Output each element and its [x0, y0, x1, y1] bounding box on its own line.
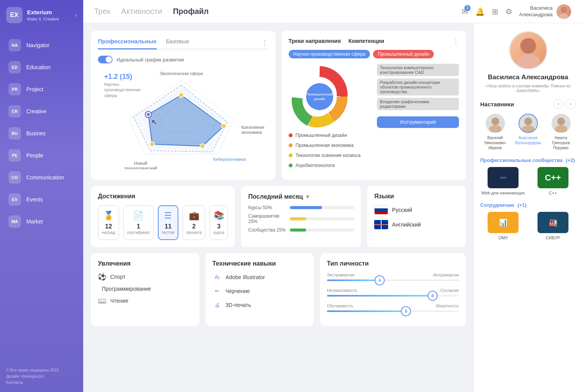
skill-item: 🖨 3D-печать	[212, 300, 307, 310]
ideal-toggle[interactable]	[98, 56, 113, 63]
personality-track: 4	[327, 280, 459, 281]
tracks-competencies-title: Компетенции	[349, 38, 384, 44]
mail-badge: 3	[464, 5, 471, 11]
track-legend-item: Технологии освоения космоса	[289, 153, 371, 158]
svg-point-1	[559, 14, 568, 19]
mentor-name: Анастасия Вольнорудова	[513, 135, 543, 145]
language-name: Английский	[392, 222, 421, 228]
svg-point-26	[491, 118, 499, 125]
tab-basic[interactable]: Базовые	[166, 38, 189, 49]
community-title: Профессиональные сообщества (+2)	[480, 157, 576, 163]
sidebar-item-communication[interactable]: COCommunication	[2, 167, 81, 188]
topbar-nav-профайл[interactable]: Профайл	[173, 7, 209, 16]
achievement-item[interactable]: 📄 1 сертификат	[123, 205, 154, 240]
competency-badge: Владение графическими редакторами	[377, 98, 459, 110]
topbar-user[interactable]: ВасилисаАлександрова	[519, 4, 571, 19]
sidebar-item-people[interactable]: PEPeople	[2, 145, 81, 166]
mentor-item[interactable]: Василий Николаевич Иванов	[480, 114, 510, 150]
nav-label-ed: Education	[26, 64, 50, 70]
track-legend: Промышленный дизайнПромышленная экономик…	[289, 133, 371, 168]
language-row: Английский	[374, 220, 459, 229]
month-bar-track	[290, 206, 354, 209]
achievement-item[interactable]: 💼 2 проекта	[182, 205, 205, 240]
sidebar-item-busines[interactable]: BUBusines	[2, 123, 81, 144]
row1: Профессиональные Базовые ⋮ Идеальный гра…	[91, 31, 466, 180]
radar-chart-area: +1.2 (15) Научно-производственнаясфера Э…	[98, 69, 269, 169]
sidebar-item-education[interactable]: EDEducation	[2, 56, 81, 78]
track-legend-item: Промышленная экономика	[289, 143, 371, 148]
svg-point-29	[522, 125, 534, 132]
community-item[interactable]: WebWeb для начинающих	[480, 167, 526, 195]
track-badge-2[interactable]: Промышленный дизайн	[373, 50, 434, 58]
hobby-icon: 📖	[98, 297, 106, 305]
mentors-title: Наставники	[480, 101, 514, 107]
sidebar-item-navigator[interactable]: NANavigator	[2, 34, 81, 56]
community-row: WebWeb для начинающихC++C++	[480, 167, 576, 195]
personality-right-label: Интроверсия	[433, 273, 459, 277]
achievement-item[interactable]: ☰ 11 тестов	[158, 205, 178, 240]
footer-line: Дизайн: idealogía.pro	[6, 373, 77, 380]
hobby-item: 📖 Чтение	[98, 297, 192, 305]
mail-icon[interactable]: ✉ 3	[462, 7, 468, 16]
mentor-item[interactable]: Анастасия Вольнорудова	[513, 114, 543, 150]
row3: Увлечения ⚽ Спорт Программирование📖 Чтен…	[91, 253, 466, 326]
month-bar-track	[290, 217, 354, 220]
collab-item[interactable]: 🏭 СИБУР	[530, 212, 576, 240]
achievement-icon: 💼	[186, 211, 202, 221]
sidebar-item-events[interactable]: EVEvents	[2, 189, 81, 210]
brand-sub: Make it. Creative	[27, 16, 59, 22]
month-bar-label: Саморазвитие 25%	[248, 213, 287, 224]
sidebar-item-creative[interactable]: CRCreative	[2, 101, 81, 122]
mentor-item[interactable]: Никита Григорьев Перумас	[546, 114, 576, 150]
sidebar-item-market[interactable]: MAMarket	[2, 211, 81, 232]
mentors-prev-button[interactable]: ‹	[553, 99, 563, 109]
month-dropdown-icon[interactable]: ▾	[306, 193, 309, 200]
svg-point-28	[524, 118, 532, 125]
track-dot	[289, 133, 293, 137]
collab-item[interactable]: 📊 ОМУ	[480, 212, 526, 240]
personality-left-label: Независимость	[327, 288, 358, 293]
hobby-icon: ⚽	[98, 273, 106, 281]
personality-dot: 6	[401, 306, 411, 316]
topbar-nav-трек[interactable]: Трек	[94, 7, 110, 16]
gear-icon[interactable]: ⚙	[505, 7, 512, 16]
svg-text:Промышленный: Промышленный	[306, 92, 332, 96]
sidebar-item-project[interactable]: PRProject	[2, 78, 81, 100]
tools-button[interactable]: Исптрументарий	[377, 116, 459, 128]
bell-icon[interactable]: 🔔	[475, 7, 485, 16]
svg-text:технологический: технологический	[124, 166, 157, 169]
mentors-row: Василий Николаевич Иванов Анастасия Воль…	[480, 114, 576, 150]
svg-point-20	[306, 83, 333, 110]
tracks-card: Треки направления Компетенции ⋮ Научно-п…	[282, 31, 466, 180]
language-row: Русский	[374, 205, 459, 215]
topbar-icons: ✉ 3 🔔 ⊞ ⚙ ВасилисаАлександрова	[462, 4, 571, 19]
mentors-next-button[interactable]: ›	[566, 99, 576, 109]
nav-label-ev: Events	[26, 196, 43, 203]
svg-point-24	[516, 54, 539, 70]
topbar-nav-активности[interactable]: Активности	[121, 7, 162, 16]
mentor-avatar	[519, 114, 538, 133]
community-item[interactable]: C++C++	[530, 167, 576, 195]
track-badge-1[interactable]: Научно-производственная сфера	[289, 50, 370, 58]
month-bar-row: Сообщества 25%	[248, 227, 354, 233]
track-dot	[289, 153, 293, 157]
nav-label-cr: Creative	[26, 108, 46, 114]
achievement-item[interactable]: 📚 3 курса	[209, 205, 228, 240]
nav-badge-ed: ED	[9, 61, 21, 73]
grid-icon[interactable]: ⊞	[492, 7, 498, 16]
achievement-label: сертификат	[127, 230, 150, 235]
achievement-label: курса	[213, 230, 224, 235]
tracks-menu-icon[interactable]: ⋮	[453, 38, 459, 45]
chart-menu-icon[interactable]: ⋮	[261, 38, 269, 49]
tab-professional[interactable]: Профессиональные	[98, 38, 157, 49]
sidebar-collapse-button[interactable]: ‹	[75, 12, 77, 19]
sidebar-brand: Exterium Make it. Creative	[27, 9, 59, 22]
tracks-cols: Промышленный дизайн Промышленный дизайнП…	[289, 64, 459, 173]
svg-text:Новый: Новый	[134, 161, 147, 165]
achievement-icon: 🏅	[102, 211, 115, 221]
topbar-user-name: ВасилисаАлександрова	[519, 5, 553, 18]
hobbies-list: ⚽ Спорт Программирование📖 Чтение	[98, 273, 192, 305]
achievement-item[interactable]: 🏅 12 наград	[98, 205, 119, 240]
achievements-card: Достижения 🏅 12 наград📄 1 сертификат☰ 11…	[91, 186, 235, 247]
achievement-label: тестов	[162, 230, 175, 235]
